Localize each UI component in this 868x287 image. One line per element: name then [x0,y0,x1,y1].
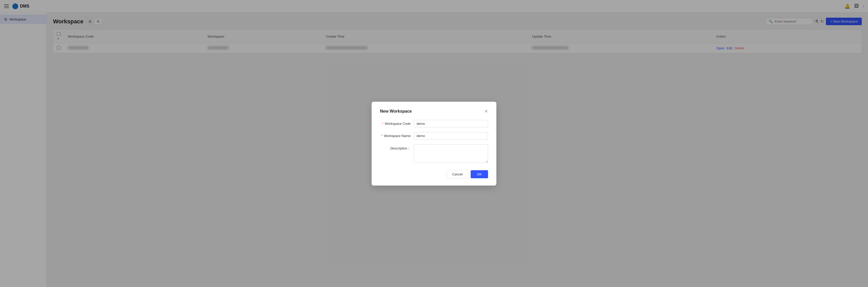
workspace-name-input[interactable] [414,132,488,140]
workspace-code-input[interactable] [414,120,488,128]
required-star: * [382,122,383,125]
cancel-button[interactable]: Cancel [447,170,468,178]
new-workspace-modal: New Workspace ✕ * Workspace Code * Works… [372,102,496,185]
modal-header: New Workspace ✕ [380,109,488,114]
form-row-description: Description： [380,144,488,163]
modal-footer: Cancel OK [380,170,488,178]
modal-title: New Workspace [380,109,412,114]
workspace-code-label: * Workspace Code [380,120,414,125]
required-star-2: * [381,134,382,138]
description-textarea[interactable] [414,144,488,163]
modal-overlay[interactable]: New Workspace ✕ * Workspace Code * Works… [0,0,868,287]
workspace-name-label: * Workspace Name [380,132,414,138]
form-row-workspace-code: * Workspace Code [380,120,488,128]
description-label: Description： [380,144,414,151]
form-row-workspace-name: * Workspace Name [380,132,488,140]
ok-button[interactable]: OK [471,170,488,178]
modal-close-button[interactable]: ✕ [484,109,488,114]
